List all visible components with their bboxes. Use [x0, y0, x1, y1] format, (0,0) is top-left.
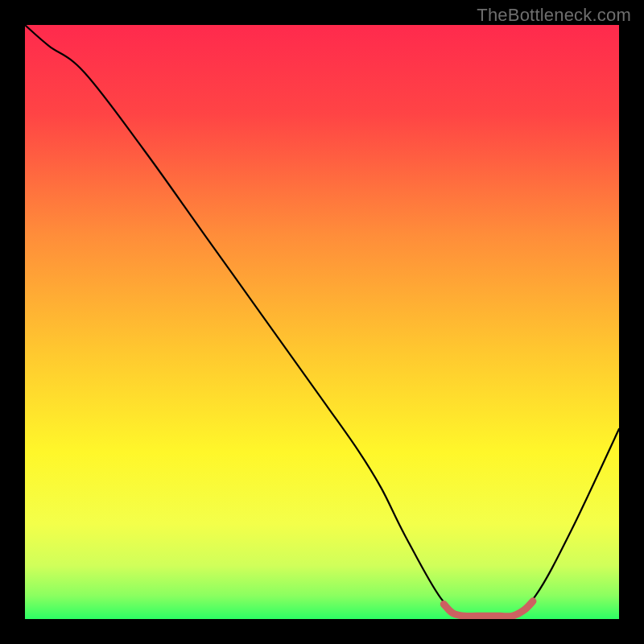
- chart-container: [25, 25, 619, 619]
- watermark-text: TheBottleneck.com: [477, 5, 631, 26]
- bottleneck-chart: [25, 25, 619, 619]
- gradient-background: [25, 25, 619, 619]
